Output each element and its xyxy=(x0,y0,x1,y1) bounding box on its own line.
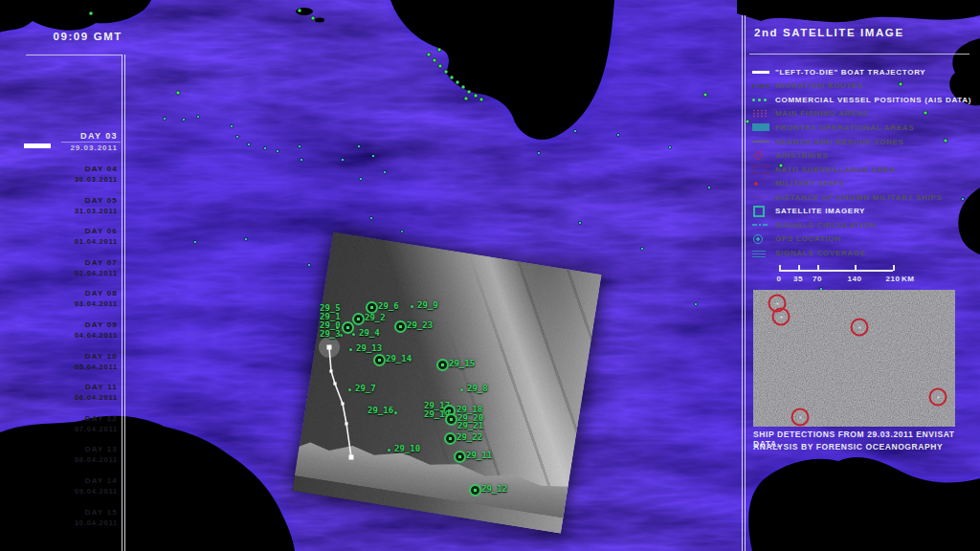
timeline-entry[interactable]: DAY 0601.04.2011 xyxy=(29,227,118,246)
legend-item-fishing-areas[interactable]: MAIN FISHING AREAS xyxy=(752,107,978,121)
vessel-label: 29_3 xyxy=(320,330,341,338)
vessel-marker-29_7 xyxy=(348,388,351,391)
timeline-divider-line xyxy=(122,55,122,551)
vessel-label: 29_5 xyxy=(320,304,341,312)
military-ships-icon xyxy=(752,182,775,186)
timeline-entry[interactable]: DAY 0531.03.2011 xyxy=(29,196,118,215)
legend-item-signals-circulation[interactable]: SIGNALS CIRCULATION xyxy=(752,218,978,232)
timeline-current-rule xyxy=(61,142,121,143)
timeline-entry[interactable]: DAY 1005.04.2011 xyxy=(29,352,118,371)
legend-item-frontex-areas[interactable]: FRONTEX OPERATIONAL AREAS xyxy=(752,121,978,135)
vessel-label: 29_7 xyxy=(355,385,376,392)
timeline-entry[interactable]: DAY 0430.03.2011 xyxy=(29,165,118,184)
ais-vessel-dot xyxy=(573,129,576,132)
vessel-label: 29_2 xyxy=(365,314,386,321)
timeline-entry[interactable]: DAY 0904.04.2011 xyxy=(29,320,118,340)
legend-item-nato-area[interactable]: NATO SURVEILLANCE AREA xyxy=(752,163,978,177)
panel-title: 2nd SATELLITE IMAGE xyxy=(754,27,904,38)
ais-vessel-dot xyxy=(369,216,372,219)
nato-area-icon xyxy=(752,165,775,174)
vessel-marker-29_8 xyxy=(460,388,463,391)
timeline-entry[interactable]: DAY 1409.04.2011 xyxy=(29,476,118,496)
migration-routes-icon xyxy=(752,84,775,88)
legend-item-ais-vessels[interactable]: COMMERCIAL VESSEL POSITIONS (AIS DATA) xyxy=(752,93,978,107)
ais-vessel-dot xyxy=(450,76,454,79)
scale-bar: 0 35 70 140 210 KM xyxy=(779,265,913,286)
vessel-marker-29_10 xyxy=(388,449,390,452)
ais-vessel-dot xyxy=(427,53,431,56)
timeline-entry[interactable]: DAY 0803.04.2011 xyxy=(29,289,118,308)
ais-vessel-dot xyxy=(668,145,671,148)
ais-vessel-dot xyxy=(311,16,315,20)
ais-vessel-dot xyxy=(244,237,247,240)
airstrikes-icon xyxy=(752,152,775,159)
vessel-label: 29_15 xyxy=(449,360,475,367)
map-legend: "LEFT-TO-DIE" BOAT TRAJECTORY MIGRATION … xyxy=(752,65,978,260)
timestamp: 09:09 GMT xyxy=(19,31,122,42)
ais-vessel-dot xyxy=(746,120,749,123)
detections-thumbnail[interactable] xyxy=(753,290,955,427)
vessel-marker-29_15 xyxy=(436,359,449,371)
ais-vessel-dot xyxy=(263,146,266,149)
vessel-marker-29_0 xyxy=(342,321,354,334)
ais-vessel-dot xyxy=(182,118,185,121)
legend-item-military-distance[interactable]: DISTANCE OF KNOWN MILITARY SHIPS xyxy=(752,190,978,205)
vessel-label: 29_22 xyxy=(457,433,482,441)
scale-bar-line xyxy=(779,270,893,272)
ais-vessel-dot xyxy=(537,151,540,154)
ais-vessel-dot xyxy=(89,11,93,15)
timeline-entry[interactable]: DAY 1308.04.2011 xyxy=(29,445,118,464)
ais-vessel-dot xyxy=(371,154,374,157)
timeline-header-rule xyxy=(26,55,122,55)
vessel-label: 29_10 xyxy=(394,445,420,452)
ais-vessel-dot xyxy=(461,85,465,89)
vessel-label: 29_4 xyxy=(359,329,380,337)
vessel-label: 29_18 xyxy=(457,406,482,413)
ais-vessel-dot xyxy=(357,144,360,147)
legend-item-airstrikes[interactable]: AIRSTRIKES xyxy=(752,148,978,163)
timeline-entry[interactable]: DAY 0702.04.2011 xyxy=(29,258,118,277)
ais-vessel-dot xyxy=(235,135,238,138)
thumbnail-caption-line2: ANALYSIS BY FORENSIC OCEANOGRAPHY xyxy=(753,442,969,452)
vessel-marker-29_4 xyxy=(352,333,355,336)
timeline-entry[interactable]: DAY 1207.04.2011 xyxy=(29,414,118,433)
scale-tick-label: 140 xyxy=(848,275,862,283)
vessel-marker-29_13 xyxy=(349,348,352,351)
ais-vessel-dot xyxy=(456,80,459,84)
scale-tick-label: 0 xyxy=(777,275,782,283)
legend-item-signals-coverage[interactable]: SIGNALS COVERAGE xyxy=(752,246,978,260)
ais-vessel-dot xyxy=(479,98,483,101)
ais-vessel-dot xyxy=(437,48,441,52)
ais-vessel-dot xyxy=(578,221,581,224)
ais-vessel-dot xyxy=(163,117,166,120)
legend-item-military-ships[interactable]: MILITARY SHIPS xyxy=(752,176,978,190)
vessel-label: 29_8 xyxy=(467,385,488,392)
legend-item-migration-routes[interactable]: MIGRATION ROUTES xyxy=(752,79,978,94)
vessel-marker-29_12 xyxy=(469,484,481,496)
satellite-image[interactable] xyxy=(292,231,601,533)
satellite-imagery-icon xyxy=(752,206,775,217)
detection-circle xyxy=(791,408,810,427)
satellite-image-grain xyxy=(292,231,601,533)
detection-circle xyxy=(851,319,869,337)
timeline-divider-line xyxy=(124,55,125,551)
signals-coverage-icon xyxy=(752,249,775,257)
timeline-entry[interactable]: DAY 1510.04.2011 xyxy=(29,508,118,527)
legend-item-sar-zones[interactable]: SEARCH AND RESCUE ZONES xyxy=(752,135,978,149)
legend-item-boat-trajectory[interactable]: "LEFT-TO-DIE" BOAT TRAJECTORY xyxy=(752,65,978,79)
ais-dots-icon xyxy=(752,99,775,101)
ais-vessel-dot xyxy=(467,90,471,94)
timeline-current-day[interactable]: DAY 03 xyxy=(38,131,118,141)
ais-vessel-dot xyxy=(616,133,619,136)
scale-tick-label: 70 xyxy=(813,275,822,283)
legend-item-gps-location[interactable]: GPS LOCATION xyxy=(752,232,978,247)
timeline-entry[interactable]: DAY 1106.04.2011 xyxy=(29,383,118,402)
vessel-label: 29_9 xyxy=(417,301,438,309)
panel-title-rule xyxy=(749,54,969,55)
vessel-marker-29_14 xyxy=(373,354,386,366)
legend-item-satellite-imagery[interactable]: SATELLITE IMAGERY xyxy=(752,204,978,218)
vessel-label: 29_6 xyxy=(378,302,399,310)
ais-vessel-dot xyxy=(383,170,386,173)
vessel-marker-29_22 xyxy=(444,432,457,445)
sar-zones-icon xyxy=(752,141,775,143)
